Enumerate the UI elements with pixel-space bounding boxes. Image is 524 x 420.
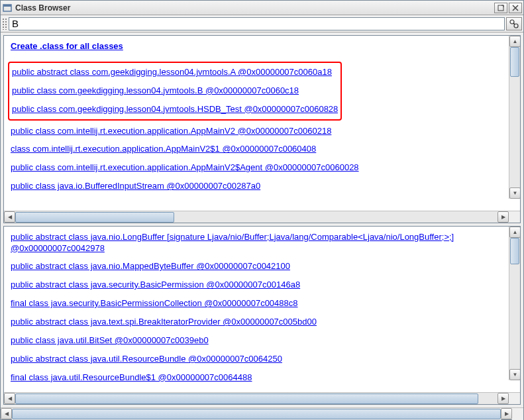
search-input[interactable] xyxy=(9,17,505,30)
create-class-link[interactable]: Create .class for all classes xyxy=(11,41,502,52)
class-link[interactable]: public abstract class java.nio.MappedByt… xyxy=(11,261,502,272)
scroll-thumb[interactable] xyxy=(510,47,519,77)
class-link[interactable]: final class java.security.BasicPermissio… xyxy=(11,298,502,309)
scroll-left-icon[interactable]: ◀ xyxy=(1,408,12,419)
class-browser-window: Class Browser Create .c xyxy=(0,0,524,420)
class-link[interactable]: public abstract class java.util.Resource… xyxy=(11,354,502,365)
scroll-down-icon[interactable]: ▼ xyxy=(509,187,520,199)
scroll-right-icon[interactable]: ▶ xyxy=(498,393,509,404)
scroll-thumb[interactable] xyxy=(510,238,519,264)
scroll-right-icon[interactable]: ▶ xyxy=(501,408,512,419)
svg-rect-1 xyxy=(3,5,11,7)
vscrollbar-bottom[interactable]: ▲ ▼ xyxy=(509,227,520,380)
close-button[interactable] xyxy=(509,3,522,13)
titlebar: Class Browser xyxy=(1,1,523,15)
scroll-up-icon[interactable]: ▲ xyxy=(509,36,520,47)
class-link[interactable]: public abstract class com.geekdigging.le… xyxy=(12,67,338,78)
class-link[interactable]: public class com.intellij.rt.execution.a… xyxy=(11,162,502,174)
scroll-right-icon[interactable]: ▶ xyxy=(498,211,509,223)
class-link[interactable]: public class com.intellij.rt.execution.a… xyxy=(11,126,502,137)
scroll-thumb[interactable] xyxy=(15,212,174,223)
svg-rect-2 xyxy=(498,5,503,11)
search-button[interactable] xyxy=(506,17,522,30)
vscrollbar-top[interactable]: ▲ ▼ xyxy=(509,36,520,199)
class-link[interactable]: public abstract class java.text.spi.Brea… xyxy=(11,317,502,328)
scroll-thumb[interactable] xyxy=(15,394,478,404)
class-link[interactable]: class com.intellij.rt.execution.applicat… xyxy=(11,144,502,155)
class-link[interactable]: public abstract class java.security.Basi… xyxy=(11,280,502,291)
class-link[interactable]: public class java.io.BufferedInputStream… xyxy=(11,181,502,192)
scroll-thumb[interactable] xyxy=(12,409,501,419)
class-link[interactable]: public class com.geekdigging.lesson04.jv… xyxy=(12,104,338,115)
hscrollbar-top[interactable]: ◀ ▶ xyxy=(4,211,520,223)
class-link[interactable]: public class com.geekdigging.lesson04.jv… xyxy=(12,85,338,97)
toolbar-grip xyxy=(2,18,7,30)
scroll-down-icon[interactable]: ▼ xyxy=(509,369,520,380)
window-hscrollbar[interactable]: ◀ ▶ xyxy=(1,407,523,419)
window-title: Class Browser xyxy=(15,3,494,13)
maximize-button[interactable] xyxy=(494,3,507,13)
window-icon xyxy=(2,3,13,13)
toolbar xyxy=(1,15,523,32)
highlighted-classes: public abstract class com.geekdigging.le… xyxy=(8,62,342,121)
scroll-left-icon[interactable]: ◀ xyxy=(4,393,15,404)
class-link[interactable]: public abstract class java.nio.LongBuffe… xyxy=(11,232,494,254)
scroll-left-icon[interactable]: ◀ xyxy=(4,211,15,223)
results-pane-top: Create .class for all classes public abs… xyxy=(3,35,521,223)
results-pane-bottom: public abstract class java.nio.LongBuffe… xyxy=(3,226,521,405)
class-link[interactable]: public class java.util.BitSet @0x0000000… xyxy=(11,335,502,346)
svg-line-6 xyxy=(513,23,515,25)
hscrollbar-bottom[interactable]: ◀ ▶ xyxy=(4,392,520,404)
scroll-up-icon[interactable]: ▲ xyxy=(509,227,520,238)
class-link[interactable]: final class java.util.ResourceBundle$1 @… xyxy=(11,372,502,384)
